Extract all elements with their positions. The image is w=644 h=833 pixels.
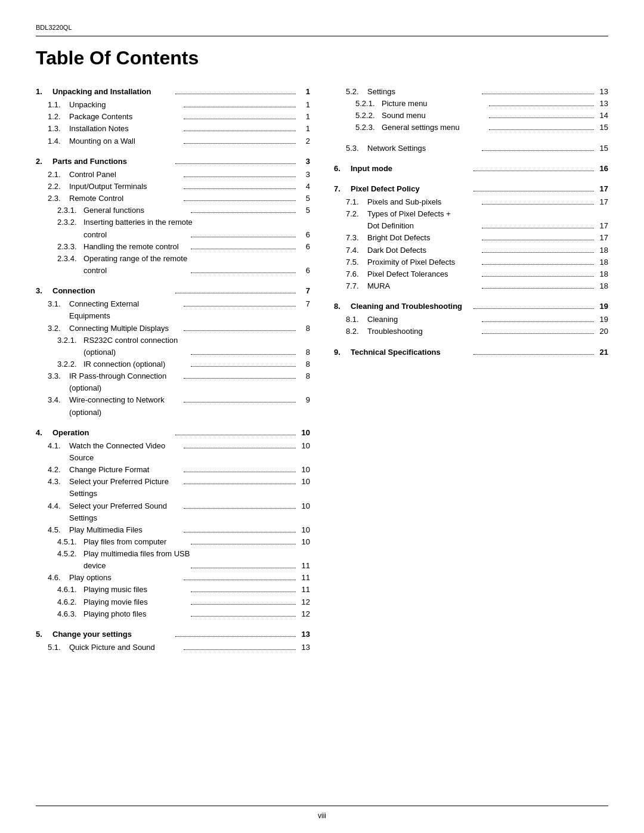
toc-label: Proximity of Pixel Defects: [367, 256, 479, 268]
toc-dots: [191, 212, 296, 213]
toc-page: 1: [298, 99, 310, 111]
toc-entry: 7.7.MURA18: [334, 280, 608, 292]
toc-page: 17: [596, 232, 608, 244]
toc-page: 18: [596, 256, 608, 268]
toc-entry: 2.3.4.Operating range of the remotecontr…: [36, 253, 310, 277]
toc-dots: [184, 306, 296, 306]
toc-entry: 1.1.Unpacking1: [36, 99, 310, 111]
toc-entry: 5.Change your settings13: [36, 628, 310, 640]
toc-dots: [191, 592, 296, 592]
toc-num: 4.4.: [48, 500, 69, 512]
toc-section: 2.Parts and Functions32.1.Control Panel3…: [36, 156, 310, 277]
toc-page: 18: [596, 268, 608, 280]
toc-num: 2.: [36, 156, 52, 168]
toc-entry: 3.2.2.IR connection (optional)8: [36, 358, 310, 370]
toc-page: 11: [298, 560, 310, 572]
toc-page: 7: [298, 285, 310, 297]
toc-page: 6: [298, 265, 310, 277]
toc-label-line1: Inserting batteries in the remote: [83, 216, 310, 228]
toc-page: 20: [596, 326, 608, 337]
toc-entry: 7.6.Pixel Defect Tolerances18: [334, 268, 608, 280]
toc-label: Play files from computer: [83, 536, 188, 548]
toc-entry: 7.1.Pixels and Sub-pixels17: [334, 196, 608, 208]
toc-page: 13: [596, 98, 608, 110]
toc-entry: 2.3.1.General functions5: [36, 205, 310, 216]
toc-page: 16: [596, 163, 608, 175]
toc-dots: [184, 119, 296, 119]
toc-page: 3: [298, 156, 310, 168]
toc-num: 4.5.: [48, 524, 69, 536]
toc-dots: [482, 321, 594, 322]
toc-page: 6: [298, 241, 310, 253]
toc-entry: 8.2.Troubleshooting20: [334, 326, 608, 337]
toc-label: Watch the Connected Video Source: [69, 440, 181, 464]
toc-dots: [184, 176, 296, 177]
toc-label: Operation: [52, 427, 173, 439]
toc-page: 18: [596, 244, 608, 256]
toc-dots: [482, 240, 594, 240]
toc-dots: [482, 204, 594, 205]
toc-entry: 5.3.Network Settings15: [334, 143, 608, 154]
toc-page: 18: [596, 280, 608, 292]
toc-label: Input mode: [351, 163, 471, 175]
toc-page: 10: [298, 500, 310, 512]
toc-num: 4.2.: [48, 464, 69, 476]
toc-label: Pixel Defect Policy: [351, 183, 471, 195]
toc-entry: 9.Technical Specifications21: [334, 346, 608, 358]
toc-entry: 7.Pixel Defect Policy17: [334, 183, 608, 195]
toc-dots: [175, 163, 296, 164]
toc-page: 5: [298, 205, 310, 216]
toc-entry: 7.5.Proximity of Pixel Defects18: [334, 256, 608, 268]
toc-page: 19: [596, 314, 608, 326]
toc-num: 5.2.2.: [355, 110, 382, 122]
toc-dots: [184, 107, 296, 107]
toc-dots: [175, 293, 296, 293]
toc-num: 3.3.: [48, 370, 69, 382]
toc-num: 2.3.2.: [57, 216, 83, 228]
toc-label: Change your settings: [52, 628, 173, 640]
toc-page: 6: [298, 229, 310, 241]
toc-section: 5.2.Settings135.2.1.Picture menu135.2.2.…: [334, 86, 608, 134]
toc-label: Settings: [367, 86, 479, 98]
toc-entry: 2.Parts and Functions3: [36, 156, 310, 168]
toc-dots: [184, 580, 296, 580]
toc-dots: [482, 288, 594, 289]
toc-entry: 5.2.3.General settings menu15: [334, 122, 608, 134]
toc-num: 1.1.: [48, 99, 69, 111]
toc-dots: [184, 484, 296, 484]
toc-entry: 3.3.IR Pass-through Connection (optional…: [36, 370, 310, 394]
toc-entry: 7.4.Dark Dot Defects18: [334, 244, 608, 256]
toc-dots: [191, 237, 296, 237]
toc-num: 1.: [36, 86, 52, 98]
toc-entry: 1.3.Installation Notes1: [36, 123, 310, 135]
toc-dots: [473, 354, 594, 355]
toc-entry: 4.4.Select your Preferred Sound Settings…: [36, 500, 310, 524]
toc-page: 15: [596, 122, 608, 134]
toc-page: 17: [596, 220, 608, 232]
toc-num: 8.2.: [346, 326, 367, 337]
toc-num: 3.4.: [48, 394, 69, 406]
toc-entry: 1.4.Mounting on a Wall2: [36, 135, 310, 147]
toc-page: 13: [298, 642, 310, 654]
toc-num: 4.6.3.: [57, 608, 83, 620]
toc-entry: 1.2.Package Contents1: [36, 111, 310, 123]
toc-page: 8: [298, 370, 310, 382]
toc-label: MURA: [367, 280, 479, 292]
toc-page: 10: [298, 536, 310, 548]
model-number: BDL3220QL: [36, 24, 608, 31]
toc-entry: 4.5.2.Play multimedia files from USBdevi…: [36, 548, 310, 572]
toc-num: 4.5.2.: [57, 548, 83, 560]
toc-entry: 5.1.Quick Picture and Sound13: [36, 642, 310, 654]
footer: viii: [0, 812, 644, 820]
toc-label: Pixel Defect Tolerances: [367, 268, 479, 280]
toc-dots: [191, 616, 296, 617]
toc-label: Playing movie files: [83, 596, 188, 608]
toc-label: Input/Output Terminals: [69, 181, 181, 193]
toc-page: 8: [298, 358, 310, 370]
toc-entry: 4.6.3.Playing photo files12: [36, 608, 310, 620]
toc-entry: 4.6.2.Playing movie files12: [36, 596, 310, 608]
toc-label: Quick Picture and Sound: [69, 642, 181, 654]
toc-label: Handling the remote control: [83, 241, 188, 253]
toc-label: Technical Specifications: [351, 346, 471, 358]
toc-page: 4: [298, 181, 310, 193]
